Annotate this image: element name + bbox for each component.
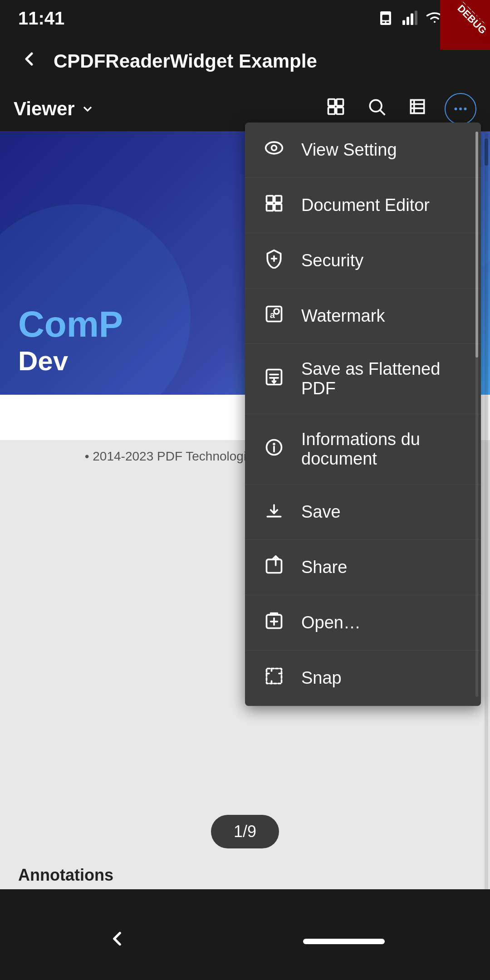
scrollbar-thumb	[485, 138, 488, 166]
menu-item-save-flattened[interactable]: Save as Flattened PDF	[245, 344, 481, 414]
pdf-scrollbar[interactable]	[485, 134, 488, 889]
search-icon	[367, 97, 387, 117]
svg-point-24	[272, 146, 277, 151]
share-icon	[263, 555, 285, 579]
context-menu: View Setting Document Editor Security	[245, 122, 481, 706]
status-bar: 11:41	[0, 0, 490, 36]
svg-rect-1	[382, 15, 389, 20]
menu-label-save-flattened: Save as Flattened PDF	[301, 359, 463, 398]
more-icon	[452, 101, 469, 117]
menu-item-watermark[interactable]: a Watermark	[245, 289, 481, 344]
app-title: CPDFReaderWidget Example	[54, 50, 476, 72]
menu-label-view-setting: View Setting	[301, 140, 397, 160]
svg-line-16	[380, 110, 385, 115]
menu-item-open[interactable]: Open…	[245, 595, 481, 651]
thumbnails-button[interactable]	[322, 93, 349, 125]
menu-label-save: Save	[301, 502, 341, 522]
menu-item-document-editor[interactable]: Document Editor	[245, 178, 481, 233]
svg-rect-3	[387, 22, 389, 23]
svg-point-21	[459, 108, 462, 110]
menu-item-share[interactable]: Share	[245, 540, 481, 595]
top-bar: CPDFReaderWidget Example	[0, 36, 490, 86]
menu-label-open: Open…	[301, 613, 361, 632]
menu-item-snap[interactable]: Snap	[245, 651, 481, 706]
svg-rect-48	[267, 669, 282, 684]
open-file-icon	[263, 611, 285, 635]
svg-point-22	[464, 108, 467, 110]
more-options-button[interactable]	[445, 93, 476, 125]
snap-icon	[263, 666, 285, 690]
svg-rect-11	[328, 99, 335, 106]
svg-point-40	[274, 443, 274, 444]
eye-icon	[263, 138, 285, 162]
signal-icon	[401, 10, 417, 26]
info-circle-icon	[263, 437, 285, 461]
viewer-label-text: Viewer	[14, 98, 75, 120]
bookmark-icon	[407, 97, 427, 117]
svg-point-23	[266, 142, 283, 154]
menu-item-view-setting[interactable]: View Setting	[245, 122, 481, 178]
shield-plus-icon	[263, 249, 285, 273]
menu-scrollbar-thumb	[475, 132, 478, 358]
svg-rect-43	[267, 559, 282, 573]
svg-point-20	[455, 108, 457, 110]
save-flat-icon	[263, 367, 285, 391]
menu-item-save[interactable]: Save	[245, 485, 481, 540]
menu-item-security[interactable]: Security	[245, 233, 481, 289]
svg-rect-2	[382, 22, 385, 23]
back-button[interactable]	[14, 44, 44, 79]
search-button[interactable]	[363, 93, 390, 125]
viewer-mode-selector[interactable]: Viewer	[14, 98, 95, 120]
svg-point-33	[274, 309, 279, 314]
nav-back-button[interactable]	[106, 927, 128, 956]
viewer-dropdown-arrow	[80, 102, 95, 116]
menu-label-info: Informations du document	[301, 430, 463, 469]
svg-rect-4	[402, 20, 405, 25]
menu-label-security: Security	[301, 251, 363, 270]
scrollbar-track	[485, 134, 488, 889]
bookmark-button[interactable]	[404, 93, 431, 125]
menu-label-snap: Snap	[301, 668, 342, 688]
debug-badge: DEBUG	[440, 0, 490, 50]
svg-point-15	[370, 100, 382, 112]
grid-icon	[263, 193, 285, 217]
svg-rect-6	[411, 14, 413, 25]
watermark-icon: a	[263, 304, 285, 328]
annotations-label: Annotations	[18, 866, 113, 885]
menu-label-document-editor: Document Editor	[301, 196, 430, 215]
download-icon	[263, 500, 285, 524]
svg-rect-12	[337, 99, 343, 106]
svg-rect-13	[328, 107, 335, 114]
viewer-toolbar	[322, 93, 476, 125]
svg-rect-27	[267, 204, 274, 211]
menu-label-watermark: Watermark	[301, 306, 385, 326]
status-time: 11:41	[18, 8, 64, 29]
menu-scrollbar[interactable]	[475, 132, 478, 697]
nav-home-indicator[interactable]	[303, 939, 385, 944]
bottom-nav	[0, 903, 490, 980]
svg-rect-7	[415, 11, 417, 25]
menu-label-share: Share	[301, 558, 347, 577]
sim-icon	[377, 10, 394, 26]
page-indicator: 1/9	[211, 815, 279, 848]
thumbnails-icon	[326, 97, 346, 117]
svg-rect-5	[407, 17, 409, 25]
menu-item-info[interactable]: Informations du document	[245, 414, 481, 485]
svg-rect-28	[275, 204, 282, 211]
svg-rect-26	[275, 196, 282, 203]
svg-rect-25	[267, 196, 274, 203]
svg-rect-14	[337, 107, 343, 114]
